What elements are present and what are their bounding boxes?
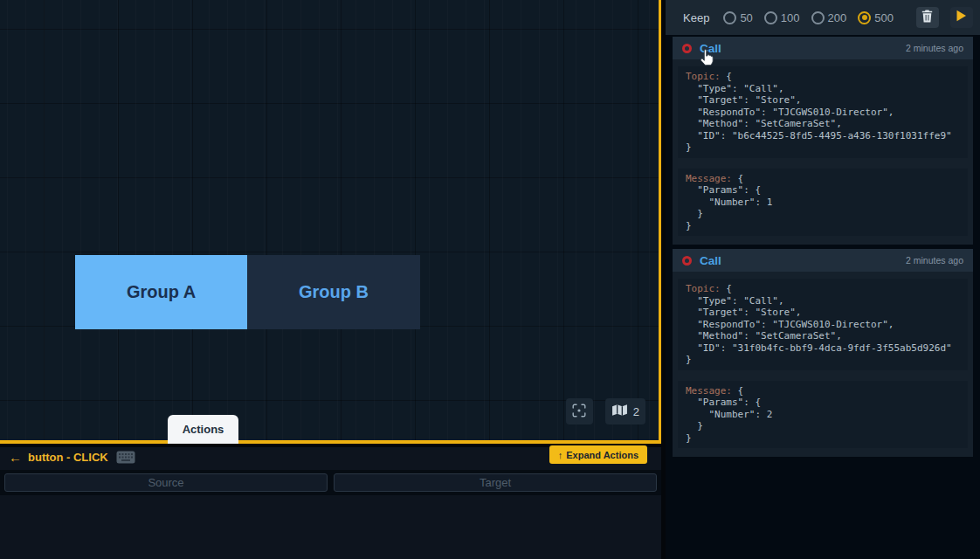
message-card-body: Topic: { "Type": "Call", "Target": "Stor… bbox=[673, 272, 973, 457]
expand-actions-label: Expand Actions bbox=[566, 450, 638, 460]
message-card-body: Topic: { "Type": "Call", "Target": "Stor… bbox=[673, 59, 973, 245]
canvas-toolbar: 2 bbox=[566, 398, 645, 424]
radio-selected-icon bbox=[858, 11, 871, 24]
topic-json-block: Topic: { "Type": "Call", "Target": "Stor… bbox=[678, 66, 968, 158]
target-input[interactable] bbox=[334, 473, 657, 492]
call-type-icon bbox=[682, 256, 692, 266]
action-title: button - CLICK bbox=[28, 451, 108, 464]
play-button[interactable] bbox=[950, 7, 973, 28]
message-card-header[interactable]: Call 2 minutes ago bbox=[673, 37, 973, 59]
up-arrow-icon: ↑ bbox=[558, 450, 563, 460]
keep-option-500[interactable]: 500 bbox=[858, 11, 894, 24]
fit-view-icon bbox=[572, 404, 586, 420]
topic-json: { "Type": "Call", "Target": "Store", "Re… bbox=[686, 71, 952, 153]
expand-actions-button[interactable]: ↑ Expand Actions bbox=[549, 445, 647, 464]
keyboard-icon bbox=[116, 451, 135, 464]
message-type[interactable]: Call bbox=[700, 42, 721, 55]
radio-icon bbox=[764, 11, 777, 24]
clear-log-button[interactable] bbox=[916, 7, 939, 28]
message-card-header[interactable]: Call 2 minutes ago bbox=[673, 249, 973, 272]
app-window: Group A Group B bbox=[0, 0, 980, 559]
trash-icon bbox=[921, 10, 933, 26]
group-b-button[interactable]: Group B bbox=[247, 255, 420, 329]
back-arrow-button[interactable]: ← bbox=[9, 451, 22, 464]
keep-option-100[interactable]: 100 bbox=[764, 11, 800, 24]
group-b-label: Group B bbox=[299, 282, 369, 302]
topic-json: { "Type": "Call", "Target": "Store", "Re… bbox=[686, 283, 952, 365]
map-count: 2 bbox=[633, 405, 639, 418]
map-icon bbox=[611, 404, 628, 419]
message-json-block: Message: { "Params": { "Number": 2 } } bbox=[678, 381, 968, 449]
radio-icon bbox=[811, 11, 825, 24]
action-editor-panel: ← button - CLICK ↑ bbox=[0, 447, 661, 559]
play-icon bbox=[956, 10, 967, 25]
tab-actions[interactable]: Actions bbox=[168, 415, 238, 444]
keep-label: Keep bbox=[683, 11, 709, 24]
log-toolbar: Keep 50 100 200 500 bbox=[666, 0, 980, 35]
message-type[interactable]: Call bbox=[700, 254, 721, 267]
source-target-row bbox=[0, 470, 661, 495]
group-a-label: Group A bbox=[127, 282, 196, 302]
keep-option-50[interactable]: 50 bbox=[723, 11, 752, 24]
scene-canvas[interactable]: Group A Group B bbox=[0, 0, 661, 444]
message-timestamp: 2 minutes ago bbox=[906, 255, 963, 266]
message-card: Call 2 minutes ago Topic: { "Type": "Cal… bbox=[673, 37, 973, 245]
group-a-button[interactable]: Group A bbox=[75, 255, 247, 329]
topic-label: Topic: bbox=[686, 71, 721, 82]
topic-json-block: Topic: { "Type": "Call", "Target": "Stor… bbox=[678, 279, 968, 370]
message-label: Message: bbox=[686, 385, 732, 397]
tab-actions-label: Actions bbox=[183, 423, 224, 436]
message-log-panel: Keep 50 100 200 500 bbox=[666, 0, 980, 559]
action-editor-header: ← button - CLICK bbox=[9, 451, 135, 464]
map-layers-button[interactable]: 2 bbox=[605, 398, 645, 424]
message-json-block: Message: { "Params": { "Number": 1 } } bbox=[678, 169, 968, 237]
topic-label: Topic: bbox=[686, 283, 721, 294]
message-timestamp: 2 minutes ago bbox=[906, 43, 963, 53]
fit-view-button[interactable] bbox=[566, 398, 593, 424]
call-type-icon bbox=[682, 44, 692, 53]
source-input[interactable] bbox=[4, 473, 328, 492]
keep-option-200[interactable]: 200 bbox=[811, 11, 847, 24]
message-label: Message: bbox=[686, 173, 732, 184]
message-card: Call 2 minutes ago Topic: { "Type": "Cal… bbox=[673, 249, 973, 457]
radio-icon bbox=[723, 11, 736, 24]
